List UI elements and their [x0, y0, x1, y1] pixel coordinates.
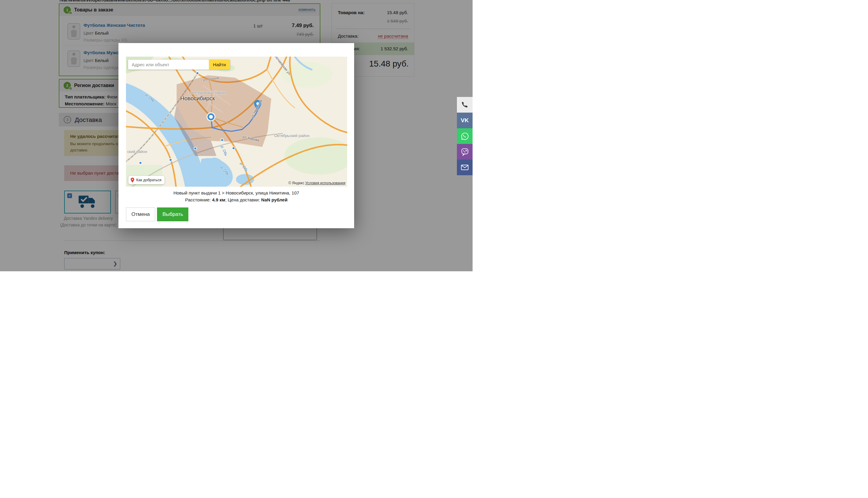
map-terms-link[interactable]: Условия использования	[305, 181, 345, 185]
phone-icon	[461, 101, 469, 109]
directions-button[interactable]: Как добраться	[128, 176, 165, 184]
whatsapp-icon	[461, 132, 469, 140]
delivery-price-label: Цена доставки:	[228, 197, 260, 202]
map-label-district: Центральный район	[189, 90, 226, 95]
map-label-district: ский район	[127, 149, 147, 154]
map-modal: ул. Гоголя Центральный район Новосибирск…	[118, 43, 354, 228]
select-button[interactable]: Выбрать	[157, 208, 188, 221]
map-pin-icon	[130, 178, 135, 183]
user-location-marker	[207, 113, 215, 121]
social-sidebar: VK	[457, 97, 473, 175]
vk-button[interactable]: VK	[457, 113, 473, 128]
directions-button-label: Как добраться	[136, 178, 161, 182]
phone-contact-button[interactable]	[457, 97, 473, 113]
map-copyright: © Яндекс	[289, 181, 304, 185]
viber-icon	[461, 148, 469, 156]
yandex-map[interactable]: ул. Гоголя Центральный район Новосибирск…	[126, 56, 347, 187]
map-label-city: Новосибирск	[180, 95, 215, 102]
map-search-bar: Найти	[128, 60, 230, 69]
map-search-button[interactable]: Найти	[209, 60, 230, 69]
distance-label: Расстояние:	[185, 197, 211, 202]
map-search-input[interactable]	[128, 60, 209, 69]
email-button[interactable]	[457, 160, 473, 175]
page: /var/www/developer/data/www/demotest-ob-…	[0, 0, 473, 271]
map-canvas	[126, 56, 347, 187]
cancel-button[interactable]: Отмена	[126, 208, 155, 221]
delivery-price-value: NaN рублей	[261, 197, 288, 202]
distance-value: 4.9 км	[212, 197, 226, 202]
email-icon	[460, 163, 469, 172]
viber-button[interactable]	[457, 144, 473, 160]
whatsapp-button[interactable]	[457, 128, 473, 144]
vk-icon: VK	[461, 117, 469, 124]
map-label-district: Октябрьский район	[274, 133, 309, 138]
pickup-result-line: Новый пункт выдачи 1 > Новосибирск, улиц…	[118, 190, 354, 195]
